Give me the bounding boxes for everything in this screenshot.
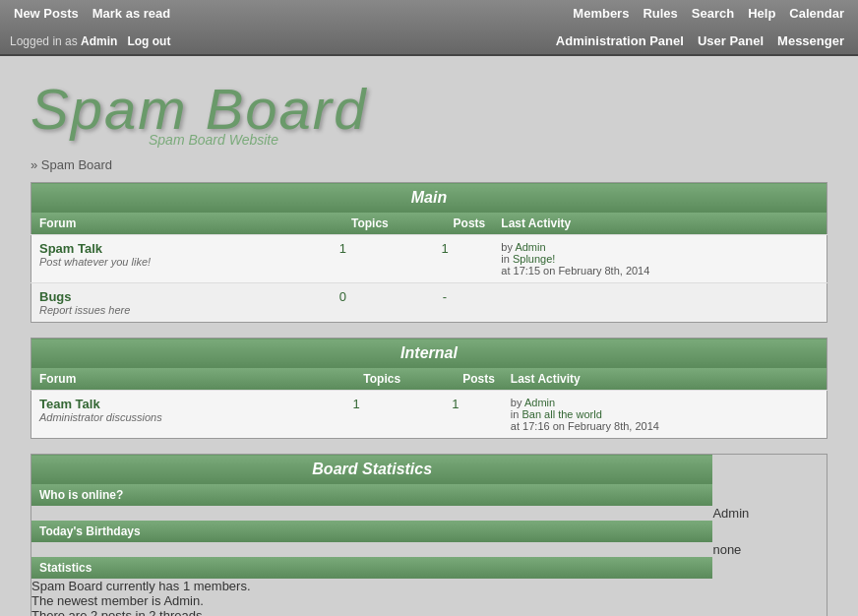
internal-col-headers: Forum Topics Posts Last Activity — [31, 368, 827, 391]
stats-header: Board Statistics — [31, 455, 713, 485]
forum-info: Team Talk Administrator discussions — [31, 391, 305, 439]
activity-user[interactable]: Admin — [524, 397, 555, 408]
topics-count: 1 — [289, 235, 397, 283]
table-row: Spam Talk Post whatever you like! 1 1 by… — [31, 235, 827, 283]
activity-post[interactable]: Splunge! — [513, 253, 555, 265]
table-row: Team Talk Administrator discussions 1 1 … — [31, 391, 827, 439]
top-left-nav: New Posts Mark as read — [10, 4, 174, 23]
statistics-label-row: Statistics — [31, 557, 827, 579]
forum-name: Spam Talk — [39, 241, 281, 256]
activity-user[interactable]: Admin — [515, 241, 545, 253]
forum-col-header: Forum — [31, 213, 289, 235]
statistics-data: Spam Board currently has 1 members. The … — [31, 579, 713, 616]
table-row: Bugs Report issues here 0 - — [31, 283, 827, 323]
topics-count: 0 — [289, 283, 397, 323]
logged-in-label: Logged in as — [10, 34, 78, 48]
main-content: Spam Board Spam Board Website » Spam Boa… — [11, 56, 847, 616]
posts-col-header: Posts — [408, 368, 503, 391]
logo-subtitle: Spam Board Website — [149, 132, 827, 148]
forum-name: Team Talk — [39, 397, 296, 411]
calendar-link[interactable]: Calendar — [785, 4, 848, 23]
internal-section-table: Internal Forum Topics Posts Last Activit… — [31, 338, 827, 439]
top-right-nav: Members Rules Search Help Calendar — [569, 4, 848, 23]
breadcrumb: » Spam Board — [31, 157, 827, 172]
forum-name-link[interactable]: Team Talk — [39, 397, 100, 411]
mark-as-read-link[interactable]: Mark as read — [89, 4, 175, 23]
who-online-label-row: Who is online? — [31, 484, 827, 506]
forum-desc: Post whatever you like! — [39, 256, 281, 268]
members-link[interactable]: Members — [569, 4, 633, 23]
new-posts-link[interactable]: New Posts — [10, 4, 83, 23]
admin-panel-link[interactable]: Administration Panel — [552, 31, 688, 50]
forum-info: Bugs Report issues here — [31, 283, 289, 323]
logo-subtitle-link[interactable]: Spam Board Website — [149, 132, 278, 148]
forum-desc: Report issues here — [39, 304, 281, 316]
last-activity: by Admin in Ban all the world at 17:16 o… — [503, 391, 827, 439]
top-bar-row2: Logged in as Admin Log out Administratio… — [0, 28, 858, 54]
statistics-label: Statistics — [31, 557, 713, 579]
topics-col-header: Topics — [304, 368, 408, 391]
forum-info: Spam Talk Post whatever you like! — [31, 235, 289, 283]
who-online-row: Admin — [31, 506, 827, 521]
main-section-header: Main — [31, 183, 827, 214]
last-activity: by Admin in Splunge! at 17:15 on Februar… — [493, 235, 827, 283]
posts-count: 1 — [397, 235, 494, 283]
forum-col-header: Forum — [31, 368, 305, 391]
forum-name-link[interactable]: Bugs — [39, 289, 72, 304]
posts-count: 1 — [408, 391, 503, 439]
birthdays-data — [31, 542, 713, 557]
activity-post[interactable]: Ban all the world — [521, 408, 601, 420]
top-bar-row1: New Posts Mark as read Members Rules Sea… — [0, 0, 858, 28]
posts-count: - — [397, 283, 494, 323]
admin-nav: Administration Panel User Panel Messenge… — [552, 31, 848, 50]
messenger-link[interactable]: Messenger — [773, 31, 848, 50]
rules-link[interactable]: Rules — [639, 4, 681, 23]
birthdays-label-row: Today's Birthdays — [31, 521, 827, 542]
statistics-row: Spam Board currently has 1 members. The … — [31, 579, 827, 616]
birthdays-row: none — [31, 542, 827, 557]
forum-desc: Administrator discussions — [39, 411, 296, 423]
posts-col-header: Posts — [397, 213, 494, 235]
stats-table: Board Statistics Who is online? Admin To… — [31, 454, 827, 616]
who-online-data — [31, 506, 713, 521]
activity-col-header: Last Activity — [493, 213, 827, 235]
search-link[interactable]: Search — [688, 4, 738, 23]
top-bar: New Posts Mark as read Members Rules Sea… — [0, 0, 858, 56]
forum-name: Bugs — [39, 289, 281, 304]
help-link[interactable]: Help — [744, 4, 779, 23]
forum-name-link[interactable]: Spam Talk — [39, 241, 102, 256]
birthdays-value: none — [712, 542, 827, 557]
topics-count: 1 — [304, 391, 408, 439]
who-online-value: Admin — [712, 506, 827, 521]
logo-area: Spam Board Spam Board Website — [31, 66, 827, 157]
last-activity — [493, 283, 827, 323]
logout-link[interactable]: Log out — [127, 34, 170, 48]
logged-in-user[interactable]: Admin — [81, 34, 117, 48]
internal-section-header: Internal — [31, 339, 827, 369]
activity-col-header: Last Activity — [503, 368, 827, 391]
topics-col-header: Topics — [289, 213, 397, 235]
main-section-table: Main Forum Topics Posts Last Activity Sp… — [31, 182, 827, 323]
who-online-label: Who is online? — [31, 484, 713, 506]
main-col-headers: Forum Topics Posts Last Activity — [31, 213, 827, 235]
birthdays-label: Today's Birthdays — [31, 521, 713, 542]
user-panel-link[interactable]: User Panel — [694, 31, 767, 50]
login-info: Logged in as Admin Log out — [10, 34, 170, 48]
